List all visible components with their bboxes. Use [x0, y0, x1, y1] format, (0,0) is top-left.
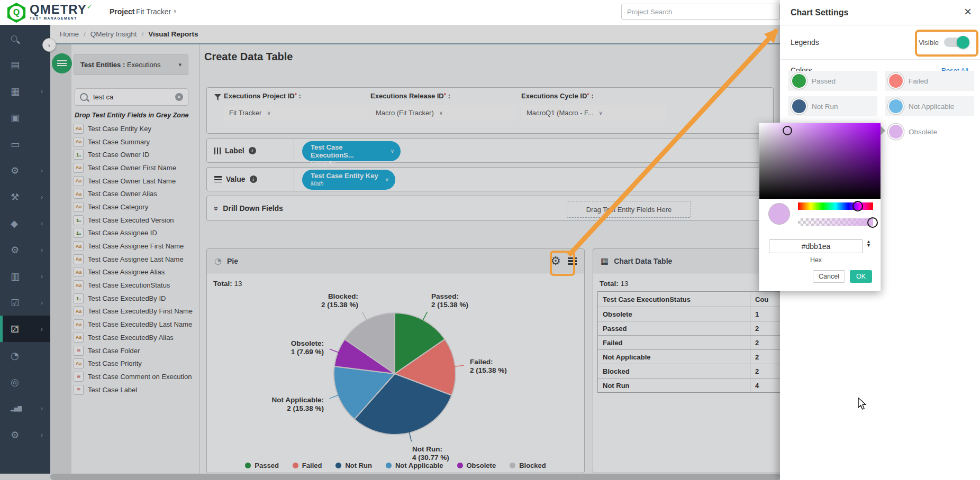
sidebar-item[interactable]: ◆ ›: [0, 210, 50, 236]
field-type-icon: [74, 333, 84, 343]
color-swatch-cell[interactable]: Passed: [788, 71, 877, 91]
breadcrumb-home[interactable]: Home: [60, 30, 79, 38]
info-icon[interactable]: i: [250, 176, 257, 183]
color-swatch[interactable]: [889, 125, 903, 139]
field-item[interactable]: Test Case ExecutedBy First Name: [74, 305, 196, 318]
sidebar-item[interactable]: ▦ ›: [0, 78, 50, 104]
field-list: Test Case Entity Key Test Case Summary T…: [74, 122, 196, 396]
sidebar-item[interactable]: ▥ ›: [0, 263, 50, 289]
sidebar-item[interactable]: ⚂ ›: [0, 316, 50, 342]
field-item[interactable]: Test Case ExecutionStatus: [74, 279, 196, 292]
breadcrumb-section[interactable]: QMetry Insight: [90, 30, 137, 38]
project-search-input[interactable]: [621, 4, 780, 20]
field-item[interactable]: Test Case Owner Alias: [74, 187, 196, 200]
entity-selector-dropdown[interactable]: Test Entities : Executions ▾: [74, 54, 188, 75]
color-swatch[interactable]: [889, 99, 903, 113]
sidebar-item[interactable]: ▣: [0, 104, 50, 131]
chevron-down-icon[interactable]: ∨: [385, 177, 389, 182]
field-item[interactable]: Test Case Executed Version: [74, 214, 196, 227]
alpha-handle[interactable]: [867, 217, 878, 228]
filter-value-dropdown[interactable]: Macro (Fit Tracker) ∨: [370, 105, 516, 121]
swatch-label: Not Applicable: [909, 103, 954, 110]
legend-item[interactable]: Blocked: [510, 461, 546, 469]
info-icon[interactable]: i: [249, 147, 256, 154]
sidebar-item[interactable]: ◎: [0, 368, 50, 395]
sidebar-item[interactable]: ⚙ ›: [0, 157, 50, 183]
chevron-down-icon[interactable]: ∨: [391, 148, 394, 154]
field-item[interactable]: Test Case ExecutedBy ID: [74, 292, 196, 305]
color-swatch-cell[interactable]: Failed: [885, 71, 974, 91]
field-search-input[interactable]: [92, 93, 168, 101]
saturation-handle[interactable]: [783, 126, 792, 135]
close-icon[interactable]: ×: [964, 4, 972, 19]
entity-selector-value: Executions: [127, 61, 161, 69]
grey-drop-zone[interactable]: [50, 44, 72, 474]
scrollbar-thumb[interactable]: [50, 474, 781, 480]
field-label: Test Case Assignee First Name: [88, 242, 184, 250]
label-row-header: Label i: [207, 139, 294, 162]
sidebar-item[interactable]: ⚙ ›: [0, 421, 50, 448]
field-item[interactable]: Test Case Assignee First Name: [74, 239, 196, 253]
field-item[interactable]: Test Case Summary: [74, 135, 196, 149]
sidebar-item[interactable]: ▭: [0, 131, 50, 157]
sidebar-item[interactable]: ▂▅▇ ›: [0, 395, 50, 421]
field-type-icon: [74, 228, 84, 238]
sidebar-item[interactable]: ▤: [0, 51, 50, 78]
legend-item[interactable]: Failed: [293, 461, 322, 469]
field-label: Test Case Owner ID: [88, 151, 149, 159]
color-swatch-cell[interactable]: Not Applicable: [885, 96, 974, 116]
field-item[interactable]: Test Case Owner ID: [74, 148, 196, 161]
cancel-button[interactable]: Cancel: [813, 270, 845, 283]
color-swatch[interactable]: [792, 74, 806, 88]
field-item[interactable]: Test Case Comment on Execution: [74, 370, 196, 383]
label-field-pill[interactable]: Test Case ExecutionS... Group By ∨: [302, 141, 401, 161]
filter-value-dropdown[interactable]: MacroQ1 (Macro - F... ∨: [521, 105, 667, 121]
hue-handle[interactable]: [852, 201, 863, 211]
legend-item[interactable]: Obsolete: [457, 461, 496, 469]
color-swatch-cell[interactable]: Obsolete: [885, 122, 974, 142]
bar-chart-icon: ▂▅▇: [11, 405, 21, 411]
sidebar-item[interactable]: ◔: [0, 342, 50, 368]
value-field-pill[interactable]: Test Case Entity Key Math ∨: [302, 170, 395, 190]
ok-button[interactable]: OK: [850, 270, 872, 283]
field-item[interactable]: Test Case ExecutedBy Last Name: [74, 318, 196, 331]
sidebar-item[interactable]: ☑ ›: [0, 289, 50, 316]
color-swatch-cell[interactable]: Not Run: [788, 96, 877, 116]
sidebar-item[interactable]: ⚙ ›: [0, 236, 50, 263]
legend-item[interactable]: Not Applicable: [386, 461, 443, 469]
field-item[interactable]: Test Case Entity Key: [74, 122, 196, 135]
drag-fields-dropzone[interactable]: Drag Test Entity Fields Here: [567, 201, 691, 218]
chevron-down-icon[interactable]: ∨: [173, 8, 177, 14]
drilldown-header[interactable]: » Drill Down Fields: [207, 196, 302, 220]
field-item[interactable]: Test Case Owner Last Name: [74, 174, 196, 188]
alpha-slider[interactable]: [798, 218, 873, 226]
sidebar-item[interactable]: ⚒ ›: [0, 183, 50, 210]
saturation-area[interactable]: [759, 123, 881, 199]
field-item[interactable]: Test Case Folder: [74, 344, 196, 357]
field-label: Test Case ExecutionStatus: [88, 281, 170, 289]
color-swatch[interactable]: [889, 74, 903, 88]
pill-text: Test Case ExecutionS...: [311, 144, 385, 160]
field-item[interactable]: Test Case Priority: [74, 357, 196, 370]
field-item[interactable]: Test Case Owner First Name: [74, 161, 196, 174]
field-item[interactable]: Test Case Assignee Last Name: [74, 253, 196, 266]
card-icon: ▭: [11, 139, 20, 150]
field-item[interactable]: Test Case Assignee Alias: [74, 266, 196, 279]
field-label: Test Case Assignee Alias: [88, 268, 165, 276]
legend-item[interactable]: Passed: [245, 461, 279, 469]
project-selector[interactable]: Fit Tracker: [136, 7, 171, 16]
filter-value: Macro (Fit Tracker): [376, 109, 434, 117]
color-swatch[interactable]: [792, 99, 806, 113]
hex-stepper[interactable]: ▲▼: [866, 240, 871, 247]
clear-search-icon[interactable]: ✕: [175, 93, 183, 101]
legend-item[interactable]: Not Run: [335, 461, 372, 469]
filter-value-dropdown[interactable]: Fit Tracker ∨: [224, 105, 370, 121]
pie-chart-icon: ◔: [214, 256, 222, 266]
legend-dot: [335, 463, 341, 468]
field-item[interactable]: Test Case Assignee ID: [74, 227, 196, 240]
field-item[interactable]: Test Case Category: [74, 200, 196, 214]
field-item[interactable]: Test Case ExecutedBy Alias: [74, 331, 196, 344]
hex-input[interactable]: [769, 239, 863, 253]
field-item[interactable]: Test Case Label: [74, 383, 196, 396]
sidebar-collapse-button[interactable]: ›: [42, 38, 56, 52]
